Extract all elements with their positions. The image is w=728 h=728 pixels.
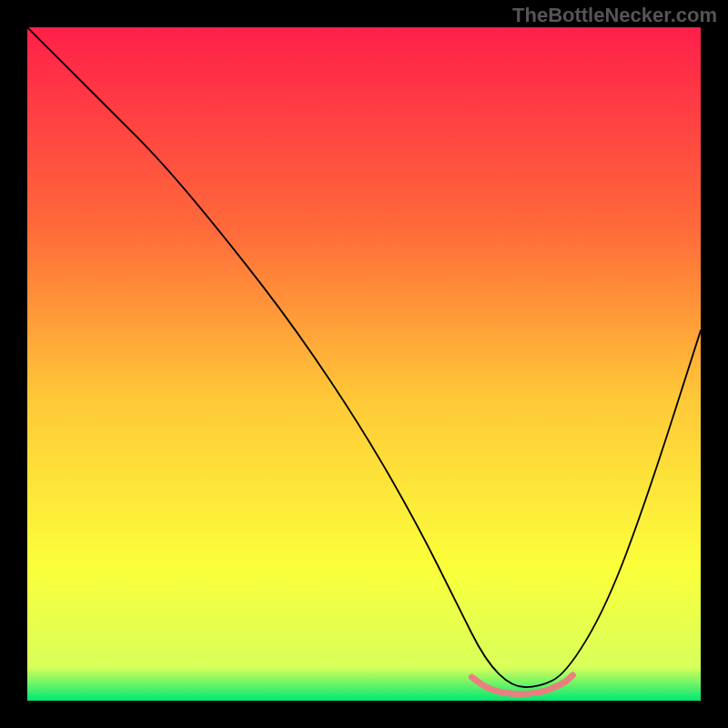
- series-bottleneck-curve: [27, 27, 701, 687]
- chart-plot-area: [27, 27, 701, 701]
- watermark-text: TheBottleNecker.com: [512, 4, 717, 27]
- chart-curves-layer: [27, 27, 701, 701]
